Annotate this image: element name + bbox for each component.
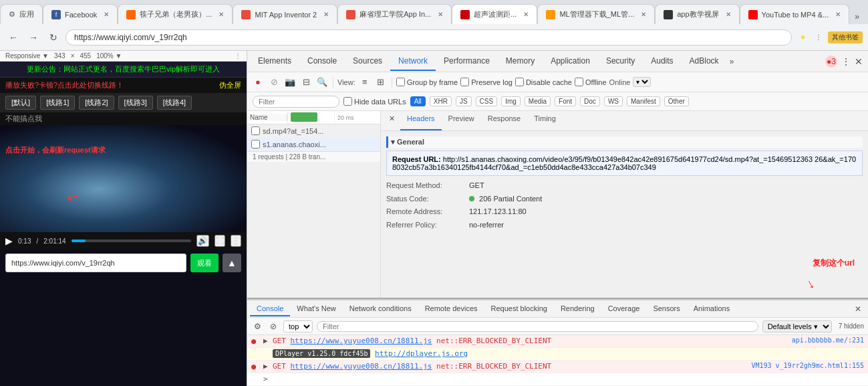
filter-ws[interactable]: WS	[604, 96, 623, 106]
fullscreen-video-button[interactable]: ⛶	[214, 235, 225, 247]
filter-font[interactable]: Font	[555, 96, 576, 106]
tab-close-chaosheng[interactable]: ✕	[523, 11, 529, 18]
console-tab-rendering[interactable]: Rendering	[554, 302, 601, 316]
tab-security[interactable]: Security	[598, 52, 643, 71]
other-bookmarks[interactable]: 其他书签	[828, 31, 863, 43]
console-close-button[interactable]: ✕	[851, 302, 865, 316]
disable-cache-checkbox[interactable]: Disable cache	[515, 78, 572, 86]
console-context-select[interactable]: top	[283, 320, 313, 332]
tab-ml[interactable]: ML管理器下载_ML管... ✕	[537, 4, 655, 24]
err-url-1[interactable]: https://www.yuyue008.cn/18811.js	[291, 336, 432, 345]
back-button[interactable]: ←	[5, 29, 21, 45]
console-tab-coverage[interactable]: Coverage	[601, 302, 647, 316]
more-video-button[interactable]: ⋮	[231, 235, 241, 247]
view-grid[interactable]: ⊞	[374, 76, 388, 89]
console-tab-whatsnew[interactable]: What's New	[290, 302, 342, 316]
filter-all[interactable]: All	[410, 96, 426, 106]
expand-arrow-1[interactable]: ▶	[263, 336, 270, 345]
filter-other[interactable]: Other	[664, 96, 689, 106]
view-list[interactable]: ≡	[358, 76, 372, 89]
tab-close-kuaizi[interactable]: ✕	[219, 11, 224, 18]
address-input[interactable]	[65, 29, 792, 45]
ctrl-default[interactable]: [默认]	[5, 96, 36, 110]
filter-css[interactable]: CSS	[476, 96, 498, 106]
tab-mit2[interactable]: 麻省理工学院App In... ✕	[337, 4, 452, 24]
filter-xhr[interactable]: XHR	[430, 96, 452, 106]
filter-input[interactable]	[253, 96, 339, 108]
filter-js[interactable]: JS	[456, 96, 472, 106]
forward-button[interactable]: →	[25, 29, 41, 45]
tab-elements[interactable]: Elements	[250, 52, 299, 71]
devtools-close[interactable]: ✕	[855, 56, 863, 67]
scroll-up-button[interactable]: ▲	[223, 254, 241, 272]
ctrl-line1[interactable]: [线路1]	[40, 96, 75, 110]
console-settings-button[interactable]: ⚙	[251, 320, 263, 332]
req-checkbox-2[interactable]	[251, 140, 260, 149]
tab-apps[interactable]: ⚙ 应用	[0, 4, 43, 24]
progress-bar[interactable]	[71, 239, 191, 242]
tab-adblock[interactable]: AdBlock	[682, 52, 727, 71]
record-button[interactable]: ●	[251, 76, 265, 89]
tab-sources[interactable]: Sources	[345, 52, 390, 71]
tab-more[interactable]: »	[849, 9, 865, 24]
ctrl-line3[interactable]: [线路3]	[118, 96, 153, 110]
tab-memory[interactable]: Memory	[498, 52, 543, 71]
url-input-page[interactable]	[5, 254, 186, 272]
tab-app-video[interactable]: app教学视屏 ✕	[655, 4, 739, 24]
request-row-2[interactable]: s1.ananas.chaoxi...	[247, 138, 380, 151]
console-source-1[interactable]: api.bbbbbb.me/:231	[792, 336, 864, 344]
screenshot-button[interactable]: 📷	[283, 76, 297, 89]
detail-tab-headers[interactable]: Headers	[400, 111, 442, 130]
dplayer-link[interactable]: http://dplayer.js.org	[375, 349, 468, 358]
detail-tab-response[interactable]: Response	[481, 111, 528, 130]
console-stop-button[interactable]: ⊘	[267, 320, 279, 332]
devtools-settings[interactable]: ⋮	[841, 56, 851, 67]
console-tab-sensors[interactable]: Sensors	[646, 302, 686, 316]
console-tab-animations[interactable]: Animations	[687, 302, 736, 316]
preserve-log-checkbox[interactable]: Preserve log	[460, 78, 513, 86]
tab-youtube[interactable]: YouTube to MP4 &... ✕	[740, 4, 850, 24]
filter-media[interactable]: Media	[525, 96, 551, 106]
watch-button[interactable]: 观看	[190, 254, 219, 272]
console-source-3[interactable]: VM193 v_19rr2gh9mc.html1:155	[751, 362, 864, 369]
console-tab-network-conditions[interactable]: Network conditions	[343, 302, 418, 316]
ext-icon-settings[interactable]: ⋮	[812, 31, 825, 44]
tab-console[interactable]: Console	[299, 52, 345, 71]
request-row-1[interactable]: sd.mp4?at_=154...	[247, 124, 380, 138]
tab-performance[interactable]: Performance	[436, 52, 498, 71]
ctrl-line4[interactable]: [线路4]	[157, 96, 192, 110]
console-tab-console[interactable]: Console	[250, 302, 290, 316]
search-network-button[interactable]: 🔍	[315, 76, 329, 89]
detail-tab-preview[interactable]: Preview	[442, 111, 481, 130]
console-tab-request-blocking[interactable]: Request blocking	[484, 302, 554, 316]
tab-close-ml[interactable]: ✕	[641, 11, 646, 18]
filter-doc[interactable]: Doc	[580, 96, 600, 106]
volume-button[interactable]: 🔊	[196, 235, 209, 247]
hide-data-urls-checkbox[interactable]: Hide data URLs	[343, 97, 406, 106]
tab-close-app[interactable]: ✕	[726, 11, 731, 18]
console-level-select[interactable]: Default levels ▾	[762, 320, 832, 332]
tab-kuaizi[interactable]: 筷子兄弟（老男孩）... ✕	[118, 4, 233, 24]
tab-facebook[interactable]: f Facebook ✕	[43, 4, 118, 24]
expand-arrow-3[interactable]: ▶	[263, 362, 270, 371]
devtools-tab-more[interactable]: »	[727, 53, 737, 70]
stop-button[interactable]: ⊘	[267, 76, 281, 89]
throttle-select[interactable]: ▾	[633, 77, 651, 87]
ruler-more[interactable]: ⋮	[235, 52, 241, 60]
expand-arrow-4[interactable]: >	[263, 375, 270, 383]
tab-close-facebook[interactable]: ✕	[104, 11, 109, 18]
refresh-button[interactable]: ↻	[45, 29, 61, 45]
offline-checkbox[interactable]: Offline	[575, 78, 607, 86]
detail-tab-timing[interactable]: Timing	[527, 111, 563, 130]
group-by-frame-checkbox[interactable]: Group by frame	[396, 78, 458, 86]
tab-close-youtube[interactable]: ✕	[835, 11, 841, 18]
filter-button[interactable]: ⊟	[299, 76, 313, 89]
fullscreen-btn[interactable]: 伪全屏	[219, 80, 241, 90]
tab-mit[interactable]: MIT App Inventor 2 ✕	[233, 4, 337, 24]
tab-chaosheng[interactable]: 超声波测距... ✕	[452, 4, 537, 24]
tab-close-mit[interactable]: ✕	[323, 11, 329, 18]
tab-audits[interactable]: Audits	[643, 52, 681, 71]
filter-img[interactable]: Img	[501, 96, 521, 106]
play-button[interactable]: ▶	[5, 235, 13, 246]
console-tab-remote[interactable]: Remote devices	[418, 302, 484, 316]
